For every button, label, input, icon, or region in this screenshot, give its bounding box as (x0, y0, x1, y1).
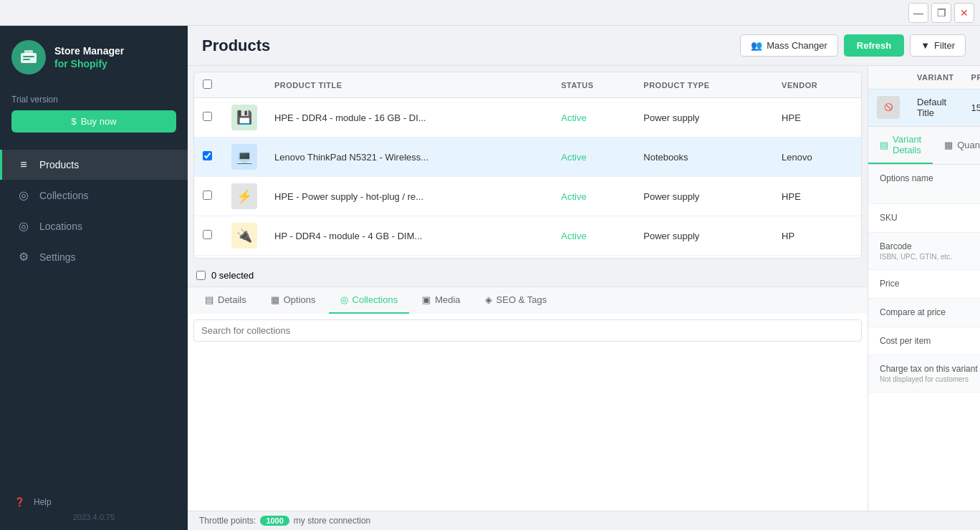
logo-svg (19, 47, 39, 67)
variant-details-tab-label: Variant Details (893, 134, 921, 155)
quantity-tab-icon: ▦ (944, 140, 953, 150)
row-checkbox[interactable] (203, 230, 212, 239)
buy-now-button[interactable]: $ Buy now (11, 110, 176, 132)
tab-media[interactable]: ▣ Media (410, 287, 471, 314)
row-title-cell: HPE - Power supply - hot-plug / re... (266, 177, 552, 216)
seo-tab-icon: ◈ (485, 294, 492, 305)
table-row[interactable]: 🔌 HPE 560M - Network adapter - PCI... Ac… (194, 256, 861, 259)
row-checkbox-cell[interactable] (194, 138, 223, 177)
tab-collections[interactable]: ◎ Collections (329, 287, 410, 314)
row-title-cell: HP - DDR4 - module - 4 GB - DIM... (266, 216, 552, 256)
logo-icon (11, 40, 46, 74)
row-checkbox[interactable] (203, 151, 212, 160)
sidebar-item-label: Locations (39, 221, 82, 232)
row-thumb-cell: 💾 (223, 98, 266, 138)
variants-table-container[interactable]: VARIANT PRICE QUAN... SKU 🚫 Default Titl… (868, 66, 980, 127)
table-row[interactable]: 💻 Lenovo ThinkPad N5321 - Wireless... Ac… (194, 138, 861, 177)
detail-tab-quantity[interactable]: ▦ Quantity (933, 127, 980, 164)
row-status-cell: Active (552, 138, 635, 177)
sidebar-item-label: Products (39, 159, 79, 170)
status-bar: Throttle points: 1000 my store connectio… (188, 511, 980, 530)
row-vendor-cell: HP (773, 216, 861, 256)
help-icon: ❓ (14, 497, 25, 507)
page-title: Products (202, 37, 270, 55)
row-type-cell: Power supply (635, 216, 773, 256)
select-all-checkbox[interactable] (203, 80, 212, 89)
sidebar-item-settings[interactable]: ⚙ Settings (0, 241, 188, 272)
svg-rect-0 (21, 53, 37, 63)
sidebar-header: Store Manager for Shopify (0, 26, 188, 89)
detail-label: Compare at price (868, 299, 980, 327)
row-checkbox-cell[interactable] (194, 256, 223, 259)
trial-section: Trial version $ Buy now (0, 89, 188, 144)
product-title-header: PRODUCT TITLE (266, 72, 552, 98)
vendor-header: VENDOR (773, 72, 861, 98)
status-badge: Active (561, 112, 586, 123)
thumb-header (223, 72, 266, 98)
collections-tab-label: Collections (352, 294, 398, 305)
row-vendor-cell: HPE (773, 177, 861, 216)
product-thumbnail: 💻 (231, 144, 257, 170)
svg-rect-2 (23, 56, 34, 57)
select-info: 0 selected (188, 264, 868, 286)
minimize-button[interactable]: — (908, 3, 928, 23)
detail-sublabel: ISBN, UPC, GTIN, etc. (880, 253, 980, 261)
sidebar-item-products[interactable]: ≡ Products (0, 150, 188, 180)
checkbox-header[interactable] (194, 72, 223, 98)
product-thumbnail: ⚡ (231, 183, 257, 209)
status-badge: Active (561, 191, 586, 202)
sidebar-item-collections[interactable]: ◎ Collections (0, 180, 188, 211)
bottom-tabs: ▤ Details ▦ Options ◎ Collections (188, 286, 868, 314)
restore-button[interactable]: ❐ (931, 3, 951, 23)
products-table-container[interactable]: PRODUCT TITLE STATUS PRODUCT TYPE VENDOR… (193, 72, 862, 259)
row-thumb-cell: 🔌 (223, 216, 266, 256)
top-toolbar: Products 👥 Mass Changer Refresh ▼ Filter (188, 26, 980, 66)
row-type-cell: Power supply (635, 256, 773, 259)
status-badge: Active (561, 231, 586, 241)
status-badge: Active (561, 152, 586, 163)
table-row[interactable]: ⚡ HPE - Power supply - hot-plug / re... … (194, 177, 861, 216)
detail-tab-variant-details[interactable]: ▤ Variant Details (868, 127, 933, 164)
tab-seo-tags[interactable]: ◈ SEO & Tags (474, 287, 559, 314)
variants-tbody: 🚫 Default Title 1500,00 0 2179024N1 (868, 90, 980, 126)
table-row[interactable]: 🔌 HP - DDR4 - module - 4 GB - DIM... Act… (194, 216, 861, 256)
variant-row[interactable]: 🚫 Default Title 1500,00 0 2179024N1 (868, 90, 980, 126)
product-thumbnail: 🔌 (231, 223, 257, 249)
row-checkbox-cell[interactable] (194, 216, 223, 256)
connection-label: my store connection (294, 516, 370, 526)
detail-row: Options name Default Title (868, 165, 980, 204)
tab-details[interactable]: ▤ Details (193, 287, 258, 314)
row-vendor-cell: HPE (773, 98, 861, 138)
refresh-button[interactable]: Refresh (844, 34, 904, 57)
row-status-cell: Active (552, 256, 635, 259)
detail-label: Cost per item (868, 327, 980, 355)
detail-row: Barcode ISBN, UPC, GTIN, etc. 8877709097… (868, 233, 980, 270)
row-thumb-cell: 💻 (223, 138, 266, 177)
row-vendor-cell: HPE (773, 256, 861, 259)
help-item[interactable]: ❓ Help (14, 497, 173, 507)
detail-label: Charge tax on this variant Not displayed… (868, 355, 980, 392)
variants-header-row: VARIANT PRICE QUAN... SKU (868, 66, 980, 90)
selected-checkbox[interactable] (196, 271, 206, 280)
row-checkbox-cell[interactable] (194, 177, 223, 216)
details-tab-label: Details (218, 294, 246, 305)
tab-options[interactable]: ▦ Options (259, 287, 327, 314)
detail-label: Price (868, 270, 980, 298)
search-collections-input[interactable] (193, 319, 862, 342)
detail-row: Compare at price 1350 (868, 299, 980, 327)
toolbar-actions: 👥 Mass Changer Refresh ▼ Filter (740, 34, 966, 57)
sidebar-item-locations[interactable]: ◎ Locations (0, 211, 188, 241)
filter-button[interactable]: ▼ Filter (910, 34, 966, 57)
row-checkbox[interactable] (203, 112, 212, 121)
detail-row: Charge tax on this variant Not displayed… (868, 355, 980, 392)
row-checkbox[interactable] (203, 191, 212, 200)
options-tab-icon: ▦ (271, 294, 279, 305)
detail-tabs-row: ▤ Variant Details ▦ Quantity (868, 127, 980, 165)
svg-rect-3 (23, 59, 30, 60)
table-row[interactable]: 💾 HPE - DDR4 - module - 16 GB - DI... Ac… (194, 98, 861, 138)
close-button[interactable]: ✕ (954, 3, 974, 23)
mass-changer-button[interactable]: 👥 Mass Changer (740, 34, 838, 57)
split-content: PRODUCT TITLE STATUS PRODUCT TYPE VENDOR… (188, 66, 980, 511)
variant-thumb-cell: 🚫 (868, 90, 908, 126)
row-checkbox-cell[interactable] (194, 98, 223, 138)
